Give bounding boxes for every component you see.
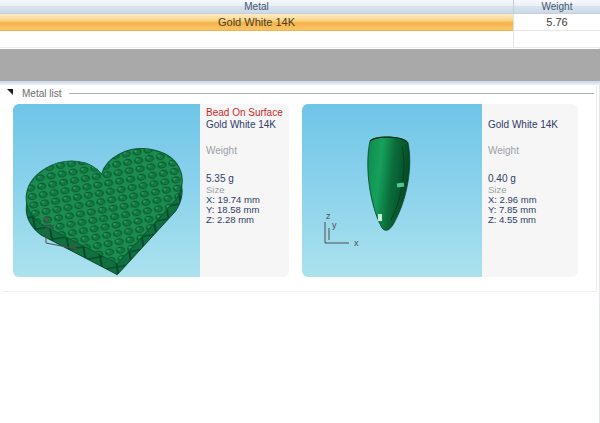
feature-badge: Bead On Surface	[206, 107, 286, 119]
metal-name: Gold White 14K	[488, 119, 575, 131]
weight-cell[interactable]: 5.76	[513, 14, 600, 31]
table-row-gold-white-14k[interactable]: Gold White 14K 5.76	[0, 14, 600, 31]
metal-list-header: Metal list	[3, 86, 596, 100]
axis-label-x: x	[354, 238, 359, 248]
column-header-weight[interactable]: Weight	[513, 0, 600, 13]
collapse-triangle-icon[interactable]	[7, 89, 13, 95]
section-rule	[69, 93, 594, 94]
weight-cell-empty	[513, 31, 600, 48]
metal-cell[interactable]: Gold White 14K	[0, 14, 513, 31]
model-info-panel: Gold White 14K Weight 0.40 g Size X: 2.9…	[482, 104, 578, 277]
splitter-bar[interactable]	[0, 49, 600, 81]
model-info-panel: Bead On Surface Gold White 14K Weight 5.…	[200, 104, 289, 277]
weight-label: Weight	[206, 145, 286, 156]
model-viewport: y x	[13, 104, 200, 277]
weight-value: 5.35 g	[206, 173, 286, 184]
axis-label-z: z	[326, 211, 331, 221]
weight-label: Weight	[488, 145, 575, 156]
metal-item-card-prong[interactable]: z y x Gold White 14K Weight 0.40 g Size …	[302, 104, 578, 277]
metal-item-card-heart[interactable]: y x Bead On Surface Gold White 14K Weigh…	[13, 104, 289, 277]
axis-label-y: y	[50, 221, 55, 231]
metal-name: Gold White 14K	[206, 119, 286, 131]
table-row-empty[interactable]	[0, 31, 600, 48]
metal-cell-empty	[0, 31, 513, 48]
metal-weight-table: Metal Weight Gold White 14K 5.76	[0, 0, 600, 48]
prong-model-icon: z y x	[302, 104, 482, 277]
feature-badge	[488, 107, 575, 119]
size-z: Z: 4.55 mm	[488, 215, 575, 225]
table-header-row: Metal Weight	[0, 0, 600, 14]
panel-divider	[0, 81, 600, 85]
model-viewport: z y x	[302, 104, 482, 277]
section-title: Metal list	[22, 88, 61, 99]
size-z: Z: 2.28 mm	[206, 215, 286, 225]
app-window: Metal Weight Gold White 14K 5.76 Metal l…	[0, 0, 600, 423]
axis-label-x: x	[71, 240, 76, 250]
axis-label-y: y	[332, 220, 337, 230]
weight-value: 0.40 g	[488, 173, 575, 184]
column-header-metal[interactable]: Metal	[0, 0, 513, 13]
beaded-heart-model-icon: y x	[13, 104, 200, 277]
